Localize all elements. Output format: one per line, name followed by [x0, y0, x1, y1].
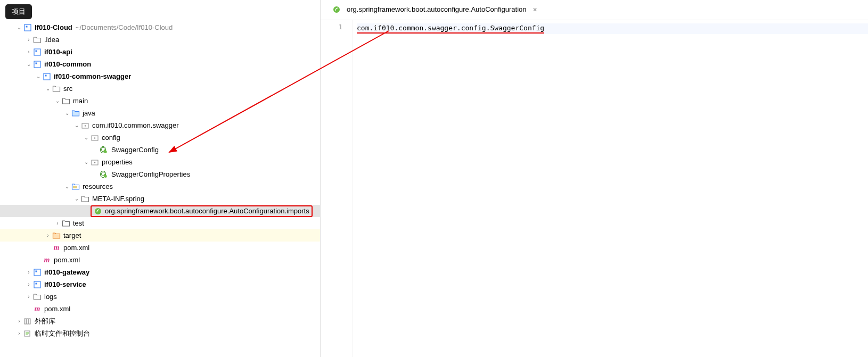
chevron-down-icon[interactable]: ⌄	[73, 196, 80, 202]
chevron-right-icon[interactable]: ›	[16, 318, 22, 324]
tab-title: org.springframework.boot.autoconfigure.A…	[347, 5, 526, 13]
maven-icon: m	[52, 244, 61, 252]
tree-item-main[interactable]: ⌄ main	[0, 95, 320, 107]
tree-item-swagger-config[interactable]: · C SwaggerConfig	[0, 144, 320, 156]
tree-item-label: main	[73, 97, 88, 105]
chevron-down-icon[interactable]: ⌄	[83, 135, 89, 140]
editor-gutter: 1	[321, 20, 353, 357]
chevron-right-icon[interactable]: ›	[26, 294, 32, 300]
svg-rect-20	[36, 283, 37, 284]
tree-item-label: if010-api	[44, 48, 72, 56]
code-line[interactable]: com.if010.common.swagger.config.SwaggerC…	[357, 23, 868, 34]
tree-item-common-swagger[interactable]: ⌄ if010-common-swagger	[0, 70, 320, 82]
package-icon	[81, 121, 89, 130]
chevron-right-icon[interactable]: ›	[26, 37, 32, 43]
tree-item-package[interactable]: ⌄ com.if010.common.swagger	[0, 119, 320, 131]
editor-code[interactable]: com.if010.common.swagger.config.SwaggerC…	[353, 20, 868, 357]
tree-item-pom-common[interactable]: · m pom.xml	[0, 254, 320, 266]
class-icon: C	[100, 170, 109, 179]
chevron-down-icon[interactable]: ⌄	[35, 73, 42, 79]
tree-item-pom-inner[interactable]: · m pom.xml	[0, 242, 320, 254]
tree-item-logs[interactable]: › logs	[0, 290, 320, 303]
editor-tabs: org.springframework.boot.autoconfigure.A…	[321, 0, 868, 20]
tree-item-label: if010-common	[44, 60, 91, 68]
tree-item-label: logs	[44, 293, 57, 301]
svg-rect-1	[26, 26, 28, 27]
tree-item-swagger-config-props[interactable]: · C SwaggerConfigProperties	[0, 168, 320, 180]
project-tree-panel: ⌄ If010-Cloud ~/Documents/Code/If010-Clo…	[0, 0, 321, 357]
tree-item-scratch[interactable]: › 临时文件和控制台	[0, 327, 320, 339]
tree-item-config[interactable]: ⌄ config	[0, 131, 320, 144]
editor-pane: org.springframework.boot.autoconfigure.A…	[321, 0, 868, 357]
spring-file-icon	[94, 207, 102, 215]
chevron-down-icon[interactable]: ⌄	[64, 110, 70, 116]
editor-area[interactable]: 1 com.if010.common.swagger.config.Swagge…	[321, 20, 868, 357]
tree-item-idea[interactable]: › .idea	[0, 34, 320, 46]
module-icon	[33, 60, 42, 69]
svg-point-16	[95, 208, 101, 214]
svg-point-9	[85, 125, 86, 126]
chevron-right-icon[interactable]: ›	[54, 220, 61, 226]
svg-rect-5	[36, 62, 37, 64]
module-icon	[23, 23, 32, 32]
chevron-down-icon[interactable]: ⌄	[45, 86, 51, 92]
scratch-icon	[23, 329, 32, 338]
svg-rect-4	[34, 61, 40, 68]
tree-item-api[interactable]: › if010-api	[0, 46, 320, 58]
tree-item-label: src	[63, 85, 72, 93]
tree-item-ext-lib[interactable]: › 外部库	[0, 315, 320, 327]
chevron-right-icon[interactable]: ›	[16, 330, 22, 336]
chevron-down-icon[interactable]: ⌄	[83, 159, 89, 165]
tree-root[interactable]: ⌄ If010-Cloud ~/Documents/Code/If010-Clo…	[0, 21, 320, 34]
chevron-down-icon[interactable]: ⌄	[26, 61, 32, 67]
svg-rect-23	[29, 319, 30, 324]
package-icon	[91, 158, 99, 167]
close-icon[interactable]: ×	[533, 5, 537, 14]
chevron-down-icon[interactable]: ⌄	[54, 98, 61, 104]
tree-item-test[interactable]: › test	[0, 217, 320, 229]
tree-item-label: resources	[83, 182, 113, 190]
svg-rect-19	[34, 281, 40, 288]
chevron-right-icon[interactable]: ›	[26, 49, 32, 55]
svg-rect-3	[36, 50, 37, 52]
folder-icon	[81, 195, 89, 203]
svg-point-28	[333, 6, 340, 13]
package-icon	[91, 134, 99, 142]
module-icon	[33, 280, 42, 289]
tree-item-pom-root[interactable]: · m pom.xml	[0, 303, 320, 315]
module-icon	[43, 72, 51, 81]
tree-item-label: 临时文件和控制台	[35, 329, 90, 338]
folder-icon	[52, 85, 61, 93]
chevron-right-icon[interactable]: ›	[45, 233, 51, 238]
line-number: 1	[321, 23, 342, 31]
tree-item-gateway[interactable]: › if010-gateway	[0, 266, 320, 278]
folder-icon	[62, 219, 70, 228]
tree-item-autoconfig-file[interactable]: · org.springframework.boot.autoconfigure…	[0, 205, 320, 217]
svg-rect-18	[36, 270, 37, 272]
tree-item-meta-inf[interactable]: ⌄ META-INF.spring	[0, 193, 320, 205]
chevron-right-icon[interactable]: ›	[26, 269, 32, 275]
project-tab-button[interactable]: 项目	[5, 4, 32, 19]
chevron-down-icon[interactable]: ⌄	[16, 24, 22, 30]
tree-item-common[interactable]: ⌄ if010-common	[0, 58, 320, 70]
maven-icon: m	[43, 256, 51, 264]
tree-item-java[interactable]: ⌄ java	[0, 107, 320, 119]
tree-item-label: if010-common-swagger	[54, 72, 131, 80]
chevron-down-icon[interactable]: ⌄	[64, 184, 70, 189]
tree-item-label: org.springframework.boot.autoconfigure.A…	[105, 207, 309, 215]
tree-item-src[interactable]: ⌄ src	[0, 82, 320, 95]
tree-item-properties[interactable]: ⌄ properties	[0, 156, 320, 168]
svg-rect-22	[27, 319, 28, 324]
chevron-down-icon[interactable]: ⌄	[73, 122, 80, 128]
source-folder-icon	[71, 109, 80, 118]
tree-item-label: test	[73, 219, 84, 227]
tree-item-label: java	[83, 109, 95, 117]
tree-item-resources[interactable]: ⌄ resources	[0, 180, 320, 193]
tree-item-service[interactable]: › if010-service	[0, 278, 320, 290]
tree-item-label: properties	[102, 158, 133, 166]
module-icon	[33, 268, 42, 277]
tree-item-target[interactable]: › target	[0, 229, 320, 242]
editor-tab[interactable]: org.springframework.boot.autoconfigure.A…	[327, 0, 543, 20]
chevron-right-icon[interactable]: ›	[26, 281, 32, 287]
spring-file-icon	[332, 5, 341, 14]
